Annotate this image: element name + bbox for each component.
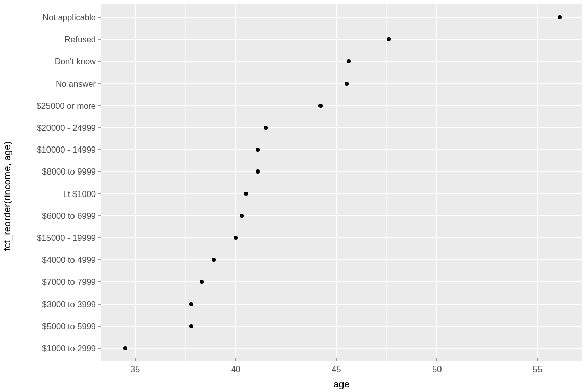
grid-major-v xyxy=(235,4,236,361)
data-point xyxy=(189,302,193,306)
grid-major-h xyxy=(101,127,582,128)
y-axis-label-container: fct_reorder(rincome, age) xyxy=(0,0,14,392)
x-tick-label: 40 xyxy=(231,364,240,374)
data-point xyxy=(212,258,216,262)
y-tick-label: $6000 to 6999 xyxy=(42,211,96,220)
x-tick-mark xyxy=(135,358,136,361)
grid-major-h xyxy=(101,215,582,216)
y-tick-label: $20000 - 24999 xyxy=(37,122,96,132)
y-tick-label: $25000 or more xyxy=(37,101,96,110)
grid-major-h xyxy=(101,259,582,260)
data-point xyxy=(240,214,244,218)
grid-major-v xyxy=(135,4,136,361)
data-point xyxy=(123,346,127,350)
data-point xyxy=(558,15,562,19)
y-tick-label: $15000 - 19999 xyxy=(37,233,96,243)
plot-panel xyxy=(101,4,582,361)
grid-major-h xyxy=(101,171,582,172)
data-point xyxy=(234,236,238,240)
grid-minor-v xyxy=(487,4,487,361)
data-point xyxy=(200,280,204,284)
y-tick-label: $8000 to 9999 xyxy=(42,167,96,177)
x-tick-label: 55 xyxy=(533,364,542,374)
y-tick-label: Not applicable xyxy=(42,12,96,22)
x-tick-label: 50 xyxy=(432,364,442,374)
data-point xyxy=(347,59,351,63)
grid-major-v xyxy=(537,4,538,361)
y-tick-label: $1000 to 2999 xyxy=(42,344,96,353)
grid-minor-v xyxy=(185,4,186,361)
data-point xyxy=(264,126,268,130)
grid-major-h xyxy=(101,348,582,349)
data-point xyxy=(345,82,349,86)
y-tick-label: $7000 to 7999 xyxy=(42,277,96,287)
grid-major-h xyxy=(101,83,582,84)
data-point xyxy=(244,192,248,196)
grid-major-h xyxy=(101,237,582,238)
y-tick-label: $10000 - 14999 xyxy=(37,145,96,155)
x-tick-mark xyxy=(236,358,236,361)
y-tick-label: $4000 to 4999 xyxy=(42,255,96,265)
y-tick-label: $5000 to 5999 xyxy=(42,321,96,331)
grid-major-h xyxy=(101,17,582,18)
y-axis-label: fct_reorder(rincome, age) xyxy=(2,141,13,251)
grid-major-h xyxy=(101,304,582,305)
y-tick-label: Lt $1000 xyxy=(63,189,96,199)
grid-major-v xyxy=(336,4,337,361)
x-tick-mark xyxy=(437,358,437,361)
x-axis-label: age xyxy=(101,379,582,390)
y-tick-label: Refused xyxy=(65,35,96,44)
y-tick-label: $3000 to 3999 xyxy=(42,299,96,309)
data-point xyxy=(318,104,323,108)
grid-major-h xyxy=(101,39,582,40)
grid-major-v xyxy=(436,4,437,361)
grid-major-h xyxy=(101,193,582,194)
x-tick-label: 35 xyxy=(131,364,140,374)
grid-minor-v xyxy=(286,4,286,361)
x-axis-ticks: 3540455055 xyxy=(101,361,582,376)
x-tick-mark xyxy=(537,358,538,361)
y-tick-label: Don't know xyxy=(55,57,96,66)
y-axis-ticks: Not applicableRefusedDon't knowNo answer… xyxy=(14,4,101,361)
y-tick-label: No answer xyxy=(56,79,96,88)
x-tick-label: 45 xyxy=(332,364,341,374)
data-point xyxy=(387,37,391,41)
chart-figure: fct_reorder(rincome, age) Not applicable… xyxy=(0,0,588,392)
grid-major-h xyxy=(101,149,582,150)
x-tick-mark xyxy=(336,358,337,361)
grid-major-h xyxy=(101,326,582,327)
grid-major-h xyxy=(101,61,582,62)
data-point xyxy=(189,324,193,328)
data-point xyxy=(256,148,260,152)
data-point xyxy=(256,169,260,174)
grid-major-h xyxy=(101,105,582,106)
grid-major-h xyxy=(101,281,582,282)
grid-minor-v xyxy=(386,4,387,361)
